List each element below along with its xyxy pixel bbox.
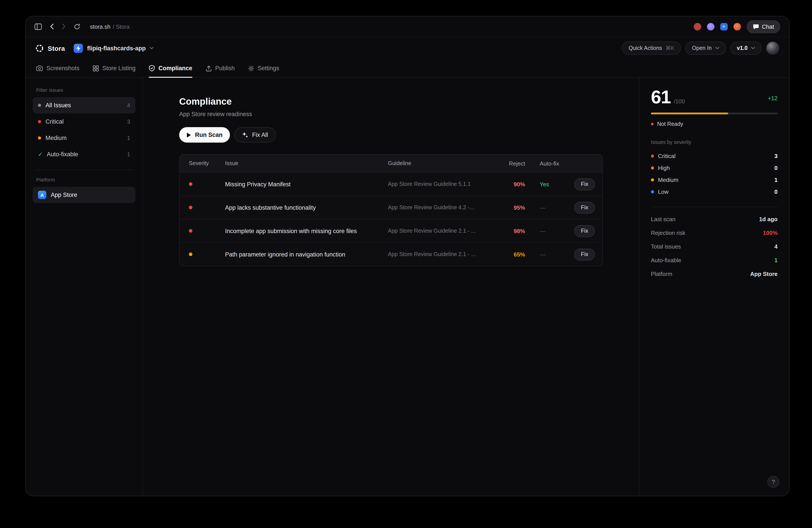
project-name: flipiq-flashcards-app: [87, 45, 146, 52]
table-header: Severity Issue Guideline Reject Auto-fix: [179, 155, 603, 172]
page-title: Compliance: [179, 96, 603, 107]
app-store-icon: A: [38, 191, 46, 199]
table-row[interactable]: Incomplete app submission with missing c…: [179, 219, 603, 242]
help-button[interactable]: ?: [767, 476, 779, 488]
version-button[interactable]: v1.0: [730, 42, 762, 55]
browser-nav-controls: [34, 23, 80, 30]
table-row[interactable]: App lacks substantive functionality App …: [179, 196, 603, 219]
sidebar-item-medium[interactable]: Medium 1: [33, 130, 135, 146]
tab-label: Store Listing: [102, 65, 135, 72]
autofix-value: —: [525, 251, 569, 258]
brand-name: Stora: [48, 44, 65, 52]
stat-label: Rejection risk: [651, 230, 685, 236]
reject-percent: 65%: [489, 251, 525, 258]
quick-actions-button[interactable]: Quick Actions ⌘K: [622, 42, 681, 55]
issue-guideline: App Store Review Guideline 4.2 -...: [388, 204, 489, 211]
score-delta: +12: [768, 95, 778, 102]
score-max: /100: [673, 98, 685, 105]
fix-button[interactable]: Fix: [574, 225, 595, 237]
sidebar-item-count: 4: [127, 102, 130, 109]
tab-settings[interactable]: Settings: [248, 59, 279, 77]
project-icon: [74, 43, 83, 53]
issue-guideline: App Store Review Guideline 2.1 - ...: [388, 251, 489, 257]
forward-icon[interactable]: [62, 24, 66, 30]
sidebar-item-all-issues[interactable]: All Issues 4: [33, 97, 135, 113]
chat-bubble-icon: [753, 24, 759, 29]
run-scan-button[interactable]: Run Scan: [179, 127, 230, 143]
chevron-down-icon: [149, 47, 154, 49]
issue-title: Missing Privacy Manifest: [225, 181, 388, 187]
fix-button[interactable]: Fix: [574, 201, 595, 213]
brand: Stora: [35, 44, 65, 52]
header-severity: Severity: [179, 160, 225, 167]
address-bar[interactable]: stora.sh/ Stora: [90, 23, 130, 30]
severity-section-label: Issues by severity: [651, 140, 778, 145]
score-panel: 61 /100 +12 Not Ready Issues by severity…: [639, 78, 789, 496]
camera-icon: [36, 65, 43, 71]
sidebar-item-label: Medium: [45, 135, 67, 141]
sidebar-item-critical[interactable]: Critical 3: [33, 113, 135, 130]
sidebar-item-label: App Store: [51, 191, 77, 198]
severity-dot-critical: [189, 229, 192, 233]
severity-dot-medium: [189, 253, 192, 256]
status-dot: [651, 123, 654, 125]
stat-label: Platform: [651, 271, 672, 277]
shield-check-icon: [149, 65, 155, 72]
gear-icon: [248, 65, 254, 71]
reject-percent: 98%: [489, 228, 525, 234]
open-in-button[interactable]: Open In: [685, 42, 726, 55]
severity-value: 0: [774, 165, 778, 171]
tab-compliance[interactable]: Compliance: [149, 59, 192, 77]
sidebar-item-count: 1: [127, 151, 130, 157]
severity-row-medium: Medium 1: [651, 174, 778, 186]
sidebar-toggle-icon[interactable]: [34, 23, 42, 30]
severity-dot-critical: [189, 206, 192, 209]
tab-label: Settings: [258, 65, 279, 72]
issue-title: Incomplete app submission with missing c…: [225, 228, 388, 234]
chat-button[interactable]: Chat: [746, 20, 780, 33]
browser-toolbar-right: ✳ Chat: [694, 20, 780, 33]
sidebar-item-app-store[interactable]: A App Store: [33, 187, 135, 203]
extension-icon-4[interactable]: [733, 23, 741, 30]
reload-icon[interactable]: [74, 23, 80, 30]
stat-label: Auto-fixable: [651, 257, 681, 263]
back-icon[interactable]: [50, 24, 54, 30]
critical-dot: [651, 155, 654, 158]
score-bar-fill: [651, 113, 728, 114]
extension-icon-1[interactable]: [694, 23, 701, 30]
grid-icon: [93, 65, 99, 71]
play-icon: [187, 132, 191, 138]
autofix-value: —: [525, 228, 569, 234]
tab-store-listing[interactable]: Store Listing: [93, 59, 135, 77]
project-selector[interactable]: flipiq-flashcards-app: [74, 43, 154, 53]
sparkles-icon: [243, 132, 248, 138]
sidebar-item-label: All Issues: [45, 102, 71, 109]
fix-button[interactable]: Fix: [574, 248, 595, 260]
severity-row-low: Low 0: [651, 186, 778, 198]
sidebar-item-label: Critical: [45, 118, 64, 125]
high-dot: [651, 167, 654, 170]
header-autofix: Auto-fix: [525, 160, 569, 167]
sidebar-item-auto-fixable[interactable]: ✓ Auto-fixable 1: [33, 146, 135, 162]
sidebar-divider: [34, 170, 134, 170]
stat-value: 100%: [763, 230, 778, 236]
app-header: Stora flipiq-flashcards-app Quick Action…: [26, 37, 789, 59]
severity-value: 3: [774, 153, 778, 159]
table-row[interactable]: Path parameter ignored in navigation fun…: [179, 242, 603, 266]
version-label: v1.0: [737, 45, 748, 51]
tab-screenshots[interactable]: Screenshots: [36, 59, 79, 77]
quick-actions-label: Quick Actions: [629, 45, 662, 51]
sidebar-item-count: 3: [127, 118, 130, 125]
avatar[interactable]: [766, 42, 779, 55]
severity-row-critical: Critical 3: [651, 150, 778, 162]
fix-all-button[interactable]: Fix All: [234, 127, 276, 143]
extension-icon-3[interactable]: ✳: [720, 23, 727, 30]
tab-publish[interactable]: Publish: [205, 59, 235, 77]
autofix-value: —: [525, 204, 569, 211]
table-row[interactable]: Missing Privacy Manifest App Store Revie…: [179, 172, 603, 196]
extension-icon-2[interactable]: [707, 23, 714, 30]
url-path: / Stora: [113, 23, 130, 30]
sidebar-item-count: 1: [127, 135, 130, 141]
stat-auto-fixable: Auto-fixable 1: [651, 253, 778, 267]
fix-button[interactable]: Fix: [574, 178, 595, 190]
